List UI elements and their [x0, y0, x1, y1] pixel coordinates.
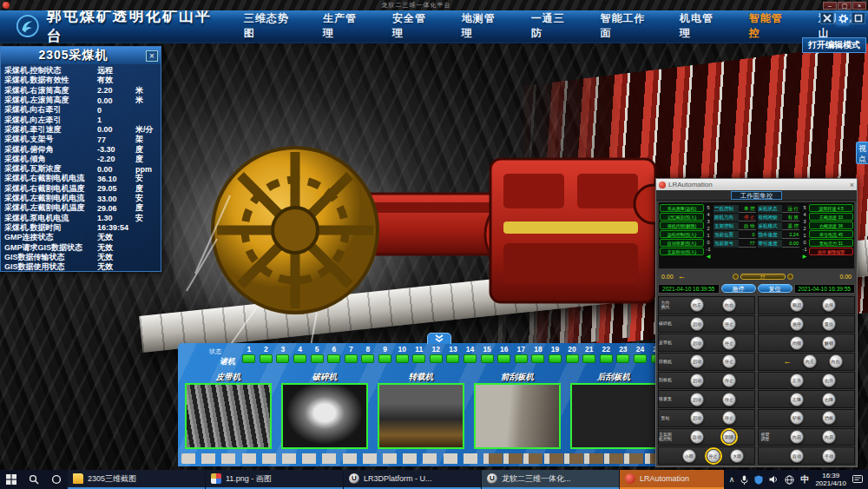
control-button[interactable]: 手动 [822, 449, 836, 463]
channel-cell[interactable]: 4 [292, 345, 309, 363]
camera-thumbnail[interactable] [570, 383, 657, 449]
reset-button[interactable]: 复位 [758, 284, 792, 293]
control-button[interactable]: 自动 [790, 449, 804, 463]
channel-cell[interactable]: 13 [444, 345, 462, 363]
control-button[interactable]: 跟随 [722, 430, 736, 444]
control-button[interactable]: 启动 [690, 393, 704, 406]
control-button[interactable]: 向右 [722, 298, 736, 312]
control-button[interactable]: 停止 [722, 317, 736, 331]
control-button[interactable]: 大跟 [730, 449, 744, 463]
camera-thumbnail[interactable] [185, 383, 272, 449]
camera-thumbnail[interactable] [474, 383, 561, 449]
nav-item[interactable]: 智能工作面 [601, 11, 650, 41]
settings-gear-icon[interactable] [836, 12, 850, 24]
control-button[interactable]: 停止 [722, 411, 736, 425]
slider-machine-glyph[interactable]: 77 [690, 274, 836, 280]
channel-cell[interactable]: 12 [428, 345, 445, 363]
control-button[interactable]: 右降 [822, 393, 836, 406]
channel-cell[interactable]: 5 [308, 345, 326, 363]
control-button[interactable]: 停止 [707, 449, 720, 463]
taskbar-task[interactable]: U LR3DPlatform - U... [344, 470, 481, 489]
control-button[interactable]: 向左 [690, 298, 704, 312]
control-button[interactable]: 停止 [722, 393, 736, 406]
control-button[interactable]: 向左 [803, 354, 817, 368]
control-button[interactable]: 向后 [822, 430, 836, 444]
camera-thumbnail[interactable] [281, 383, 368, 449]
viewpoint-tab[interactable]: 视点 [856, 142, 868, 164]
channel-cell[interactable]: 11 [411, 345, 428, 363]
shearer-panel-close-icon[interactable]: × [146, 50, 158, 62]
control-button[interactable]: 解锁 [822, 336, 836, 350]
nav-item[interactable]: 一通三防 [531, 11, 571, 41]
control-button[interactable]: 铲板 [790, 411, 804, 425]
taskbar-task[interactable]: 2305三维截图 [68, 470, 205, 489]
channel-cell[interactable]: 3 [274, 345, 292, 363]
control-button[interactable]: 顺启 [790, 298, 804, 312]
nav-item[interactable]: 生产管理 [323, 11, 363, 41]
channel-cell[interactable]: 19 [547, 345, 564, 363]
estop-button[interactable]: 急停 [721, 284, 756, 293]
channel-cell[interactable]: 10 [393, 345, 411, 363]
channel-cell[interactable]: 8 [359, 345, 377, 363]
control-button[interactable]: 复位 [822, 317, 836, 331]
channel-cell[interactable]: 1 [240, 345, 258, 363]
channel-cell[interactable]: 16 [496, 345, 513, 363]
cortana-icon[interactable] [45, 470, 68, 489]
channel-cell[interactable]: 15 [478, 345, 496, 363]
channel-cell[interactable]: 7 [343, 345, 360, 363]
tools-wrench-icon[interactable] [820, 12, 834, 24]
nav-item[interactable]: 三维态势图 [244, 11, 293, 41]
camera-panel-collapse-button[interactable] [427, 333, 451, 344]
speaker-icon[interactable] [769, 475, 779, 484]
microphone-icon[interactable] [740, 475, 748, 485]
control-button[interactable]: 停止 [722, 373, 736, 387]
control-button[interactable]: 左升 [790, 373, 804, 387]
control-button[interactable]: 停止 [722, 336, 736, 350]
control-button[interactable]: 启动 [690, 411, 704, 425]
control-button[interactable]: 向右 [829, 354, 843, 368]
control-button[interactable]: 启动 [690, 373, 704, 387]
control-button[interactable]: 小跟 [682, 449, 696, 463]
control-button[interactable]: 左降 [790, 393, 804, 406]
control-button[interactable]: 停止 [722, 354, 736, 368]
control-button[interactable]: 启动 [690, 317, 704, 331]
nav-item[interactable]: 地测管理 [462, 11, 502, 41]
taskbar-task[interactable]: LRAutomation [620, 470, 724, 489]
control-button[interactable]: 总停 [822, 298, 836, 312]
channel-cell[interactable]: 20 [563, 345, 581, 363]
camera-thumbnail[interactable] [378, 383, 464, 449]
control-button[interactable]: 右升 [822, 373, 836, 387]
control-button[interactable]: 向前 [790, 430, 804, 444]
control-button[interactable]: 挡板 [822, 411, 836, 425]
channel-cell[interactable]: 14 [462, 345, 479, 363]
channel-cell[interactable]: 21 [581, 345, 598, 363]
nav-item[interactable]: 机电管理 [680, 11, 720, 41]
channel-cell[interactable]: 24 [632, 345, 649, 363]
control-button[interactable]: 自动 [690, 430, 704, 444]
search-icon[interactable] [23, 470, 45, 489]
notification-center-icon[interactable] [852, 475, 863, 485]
minimize-button[interactable]: – [823, 2, 837, 10]
channel-cell[interactable]: 22 [597, 345, 615, 363]
control-button[interactable]: 闭锁 [790, 336, 804, 350]
control-button[interactable]: 急停 [790, 317, 804, 331]
open-edit-mode-button[interactable]: 打开编辑模式 [802, 37, 866, 53]
close-button[interactable]: × [852, 2, 866, 10]
channel-cell[interactable]: 18 [529, 345, 547, 363]
defender-shield-icon[interactable] [754, 475, 763, 485]
channel-cell[interactable]: 9 [377, 345, 394, 363]
ime-indicator[interactable]: 中 [800, 473, 809, 486]
channel-cell[interactable]: 17 [513, 345, 530, 363]
thumbnail-pager-strip[interactable] [181, 453, 662, 464]
channel-cell[interactable]: 6 [326, 345, 343, 363]
nav-item[interactable]: 智能管控 [749, 11, 789, 41]
start-button[interactable] [0, 470, 23, 489]
lrautomation-close-icon[interactable]: × [850, 181, 854, 189]
network-globe-icon[interactable] [785, 475, 794, 485]
channel-cell[interactable]: 23 [615, 345, 632, 363]
control-button[interactable]: 启动 [690, 336, 704, 350]
taskbar-task[interactable]: U 龙软二三维一体化... [482, 470, 619, 489]
tray-expand-chevron-icon[interactable]: ∧ [729, 475, 735, 484]
restore-window-icon[interactable] [852, 12, 865, 24]
workface-control-tab[interactable]: 工作面集控 [731, 191, 783, 200]
